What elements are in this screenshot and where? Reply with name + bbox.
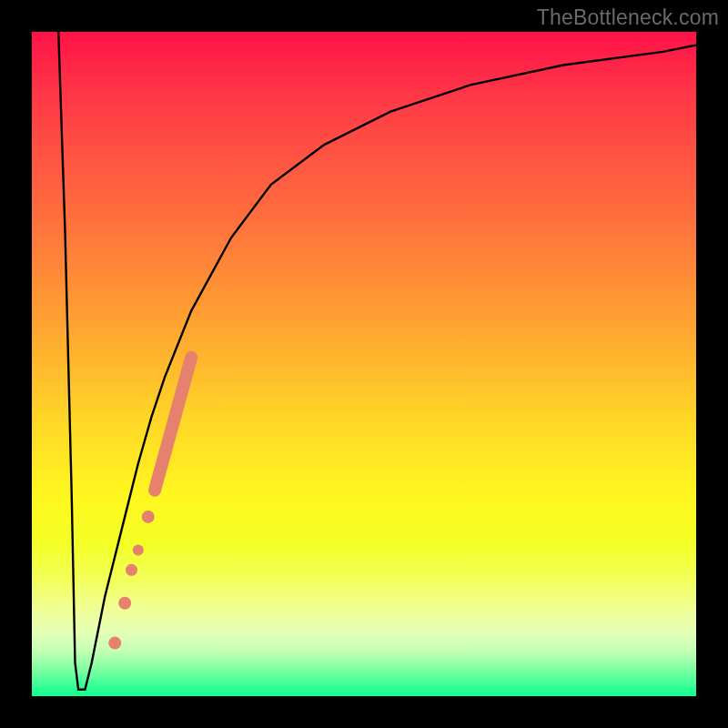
thick-segment: [155, 358, 191, 490]
watermark-text: TheBottleneck.com: [537, 5, 719, 30]
highlight-segments: [155, 358, 191, 490]
series-group: [58, 32, 696, 690]
plot-area: [32, 32, 696, 696]
highlight-markers: [108, 511, 155, 650]
dot-5: [142, 511, 155, 523]
chart-frame: TheBottleneck.com: [0, 0, 728, 728]
dot-1: [108, 637, 121, 650]
chart-svg: [32, 32, 696, 696]
bottleneck-curve: [58, 32, 696, 690]
dot-4: [133, 544, 144, 555]
dot-2: [118, 597, 131, 610]
dot-3: [126, 564, 137, 576]
